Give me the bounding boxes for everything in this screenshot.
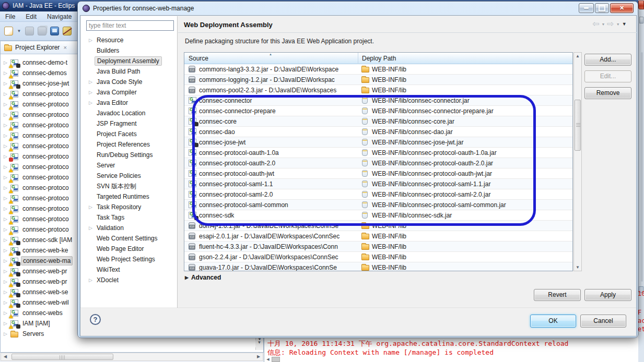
table-row[interactable]: connsec-jose-jwtWEB-INF/lib/connsec-jose… bbox=[184, 137, 572, 148]
expand-arrow-icon[interactable]: ▷ bbox=[3, 227, 8, 232]
expand-arrow-icon[interactable]: ▷ bbox=[3, 154, 8, 159]
mark-occurrences-icon[interactable] bbox=[63, 27, 72, 35]
expand-arrow-icon[interactable]: ▷ bbox=[3, 310, 8, 316]
category-tree-item[interactable]: Targeted Runtimes bbox=[81, 191, 178, 202]
category-tree-item[interactable]: Builders bbox=[81, 45, 178, 56]
table-header[interactable]: Source ▲ Deploy Path bbox=[184, 53, 572, 64]
table-row[interactable]: connsec-protocol-oauth-2.0WEB-INF/lib/co… bbox=[184, 158, 572, 168]
advanced-section[interactable]: ▶ Advanced bbox=[185, 274, 221, 281]
menu-file[interactable]: File bbox=[0, 11, 20, 22]
expand-arrow-icon[interactable]: ▷ bbox=[3, 60, 8, 65]
back-dropdown-icon[interactable]: ▼ bbox=[601, 22, 605, 26]
category-tree-item[interactable]: Java Build Path bbox=[81, 66, 178, 77]
category-tree-item[interactable]: JSP Fragment bbox=[81, 118, 178, 129]
category-tree-item[interactable]: Task Tags bbox=[81, 212, 178, 223]
close-button[interactable]: ✕ bbox=[610, 3, 634, 13]
expand-arrow-icon[interactable]: ▷ bbox=[3, 216, 8, 222]
table-row[interactable]: connsec-protocol-oauth-1.0aWEB-INF/lib/c… bbox=[184, 148, 572, 158]
category-tree-item[interactable]: Run/Debug Settings bbox=[81, 150, 178, 160]
table-row[interactable]: dom4j-1.6.1.jar - D:\JavaIDE\Workspaces\… bbox=[184, 221, 572, 231]
category-tree-item[interactable]: Server bbox=[81, 160, 178, 171]
expand-arrow-icon[interactable]: ▷ bbox=[3, 175, 8, 180]
close-icon[interactable]: × bbox=[63, 44, 66, 51]
new-wizard-dropdown-icon[interactable]: ▼ bbox=[17, 27, 21, 35]
category-tree-item[interactable]: ▷Java Compiler bbox=[81, 87, 178, 98]
table-row[interactable]: commons-lang3-3.3.2.jar - D:\JavaIDE\Wor… bbox=[184, 64, 572, 75]
table-row[interactable]: connsec-protocol-saml-2.0WEB-INF/lib/con… bbox=[184, 189, 572, 200]
expand-arrow-icon[interactable]: ▷ bbox=[3, 300, 8, 305]
expand-arrow-icon[interactable]: ▷ bbox=[3, 123, 8, 128]
expand-arrow-icon[interactable]: ▷ bbox=[3, 279, 8, 284]
expand-arrow-icon[interactable]: ▷ bbox=[3, 196, 8, 201]
category-tree-item[interactable]: Web Content Settings bbox=[81, 233, 178, 244]
column-deploy-path[interactable]: Deploy Path bbox=[362, 53, 396, 64]
back-arrow-icon[interactable]: ⇦ bbox=[592, 20, 599, 28]
expand-arrow-icon[interactable]: ▷ bbox=[3, 289, 8, 295]
expand-arrow-icon[interactable]: ▷ bbox=[88, 38, 93, 43]
category-tree-item[interactable]: ▷XDoclet bbox=[81, 275, 178, 285]
table-row[interactable]: connsec-protocol-saml-commonWEB-INF/lib/… bbox=[184, 200, 572, 210]
expand-arrow-icon[interactable]: ▷ bbox=[3, 258, 8, 263]
project-explorer-horizontal-scrollbar[interactable]: ◀ ▶ bbox=[1, 353, 263, 361]
category-tree-item[interactable]: ▷Java Code Style bbox=[81, 77, 178, 87]
expand-arrow-icon[interactable]: ▷ bbox=[3, 81, 8, 86]
category-tree-item[interactable]: Service Policies bbox=[81, 171, 178, 181]
remove-button[interactable]: Remove bbox=[584, 87, 631, 99]
expand-arrow-icon[interactable]: ▷ bbox=[88, 277, 93, 283]
table-vertical-scrollbar[interactable]: ▲ ▼ bbox=[573, 52, 582, 271]
category-tree-item[interactable]: Web Page Editor bbox=[81, 244, 178, 254]
add-button[interactable]: Add... bbox=[584, 54, 631, 66]
expand-arrow-icon[interactable]: ▷ bbox=[3, 112, 8, 117]
table-row[interactable]: connsec-sdkWEB-INF/lib/connsec-sdk.jar bbox=[184, 210, 572, 221]
category-tree-item[interactable]: Project References bbox=[81, 139, 178, 150]
help-button[interactable]: ? bbox=[90, 314, 101, 325]
scrollbar-thumb[interactable] bbox=[575, 100, 581, 151]
column-source[interactable]: Source bbox=[189, 53, 208, 64]
expand-arrow-icon[interactable]: ▷ bbox=[3, 331, 8, 336]
table-row[interactable]: connsec-connector-prepareWEB-INF/lib/con… bbox=[184, 106, 572, 116]
revert-button[interactable]: Revert bbox=[534, 289, 581, 301]
category-tree-item[interactable]: ▷Validation bbox=[81, 223, 178, 233]
menu-edit[interactable]: Edit bbox=[20, 11, 42, 22]
save-icon[interactable] bbox=[25, 27, 34, 35]
forward-dropdown-icon[interactable]: ▼ bbox=[616, 22, 620, 26]
view-menu-icon[interactable]: ▼ bbox=[622, 21, 627, 27]
table-row[interactable]: commons-pool2-2.3.jar - D:\JavaIDE\Works… bbox=[184, 85, 572, 95]
filter-input[interactable] bbox=[86, 20, 174, 31]
console-horizontal-scrollbar[interactable]: ◀ bbox=[265, 357, 286, 362]
table-row[interactable]: connsec-coreWEB-INF/lib/connsec-core.jar bbox=[184, 116, 572, 127]
scroll-left-icon[interactable]: ◀ bbox=[265, 357, 271, 362]
category-tree-item[interactable]: Project Facets bbox=[81, 129, 178, 139]
expand-arrow-icon[interactable]: ▷ bbox=[88, 225, 93, 231]
table-row[interactable]: connsec-protocol-oauth-jwtWEB-INF/lib/co… bbox=[184, 168, 572, 179]
expand-arrow-icon[interactable]: ▷ bbox=[3, 206, 8, 211]
apply-button[interactable]: Apply bbox=[584, 289, 631, 301]
expand-arrow-icon[interactable]: ▷ bbox=[3, 70, 8, 76]
expand-arrow-icon[interactable]: ▷ bbox=[3, 164, 8, 170]
expand-arrow-icon[interactable]: ▷ bbox=[3, 185, 8, 190]
cancel-button[interactable]: Cancel bbox=[580, 315, 626, 328]
console-scroll-down-icon[interactable]: ▼ bbox=[255, 340, 263, 347]
scroll-right-icon[interactable]: ▶ bbox=[254, 353, 263, 360]
scroll-down-icon[interactable]: ▼ bbox=[574, 265, 581, 270]
category-tree-item[interactable]: ▷Task Repository bbox=[81, 202, 178, 212]
expand-arrow-icon[interactable]: ▷ bbox=[88, 79, 93, 85]
category-tree-item[interactable]: Web Project Settings bbox=[81, 254, 178, 264]
maximize-button[interactable] bbox=[595, 3, 609, 13]
console-view-icon[interactable] bbox=[50, 27, 59, 35]
menu-navigate[interactable]: Navigate bbox=[42, 11, 77, 22]
background-close-button[interactable] bbox=[638, 1, 644, 9]
scrollbar-thumb[interactable] bbox=[11, 354, 113, 360]
scroll-up-icon[interactable]: ▲ bbox=[574, 54, 581, 58]
table-row[interactable]: esapi-2.0.1.jar - D:\JavaIDE\Workspaces\… bbox=[184, 231, 572, 242]
expand-arrow-icon[interactable]: ▷ bbox=[3, 269, 8, 274]
category-tree-item[interactable]: ▷Resource bbox=[81, 35, 178, 45]
minimize-button[interactable] bbox=[579, 3, 594, 13]
expand-arrow-icon[interactable]: ▷ bbox=[88, 90, 93, 95]
expand-arrow-icon[interactable]: ▷ bbox=[3, 102, 8, 107]
scroll-left-icon[interactable]: ◀ bbox=[1, 353, 9, 360]
category-tree-item[interactable]: Deployment Assembly bbox=[81, 56, 178, 66]
expand-arrow-icon[interactable]: ▷ bbox=[88, 100, 93, 105]
category-tree-item[interactable]: ▷Java Editor bbox=[81, 98, 178, 108]
table-row[interactable]: guava-17.0.jar - D:\JavaIDE\Workspaces\C… bbox=[184, 262, 572, 271]
